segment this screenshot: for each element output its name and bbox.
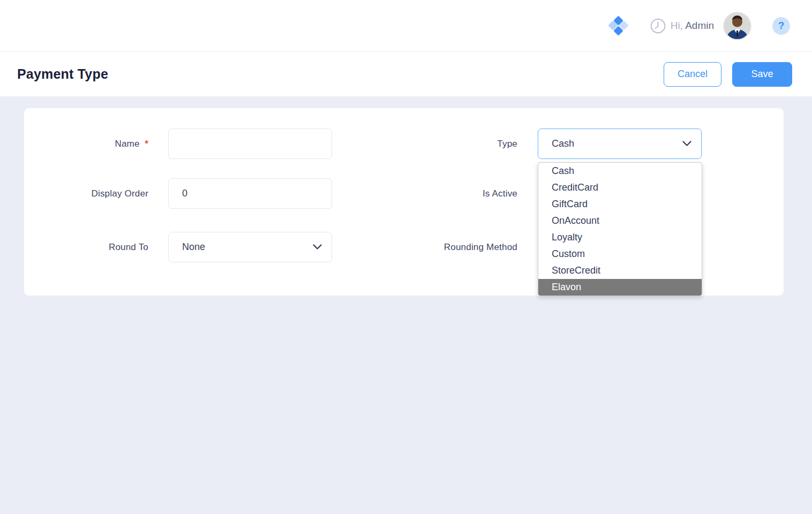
greeting-text: Hi, Admin — [671, 20, 714, 32]
help-icon[interactable]: ? — [772, 17, 790, 35]
type-dropdown-option[interactable]: Elavon — [538, 279, 702, 296]
name-input[interactable] — [168, 128, 332, 159]
content-area: Name * Type Cash Display Order — [0, 96, 812, 514]
display-order-field-wrap — [168, 178, 332, 209]
type-dropdown-option[interactable]: GiftCard — [538, 196, 702, 213]
cancel-button[interactable]: Cancel — [664, 62, 721, 87]
form-row-1: Name * Type Cash — [24, 128, 784, 159]
type-dropdown-option[interactable]: StoreCredit — [538, 262, 702, 279]
save-button[interactable]: Save — [732, 62, 792, 87]
chevron-down-icon — [682, 141, 691, 147]
page-title: Payment Type — [17, 66, 108, 82]
header-actions: Cancel Save — [664, 62, 792, 87]
type-select-value: Cash — [552, 138, 574, 149]
rounding-method-label: Rounding Method — [332, 242, 517, 253]
type-dropdown-option[interactable]: Cash — [538, 163, 702, 179]
type-field-wrap: Cash — [538, 128, 702, 159]
display-order-label: Display Order — [24, 188, 148, 199]
round-to-field-wrap: None — [168, 232, 332, 262]
greeting-name: Admin — [685, 20, 714, 31]
type-dropdown-list: Cash CreditCard GiftCard OnAccount Loyal… — [538, 162, 702, 296]
chevron-down-icon — [313, 244, 322, 250]
type-dropdown-option[interactable]: Custom — [538, 246, 702, 262]
name-label-wrap: Name * — [24, 139, 148, 149]
display-order-input[interactable] — [168, 178, 332, 209]
round-to-select[interactable]: None — [168, 232, 332, 262]
user-avatar[interactable] — [723, 12, 751, 40]
clock-icon[interactable] — [650, 18, 666, 34]
topbar: Hi, Admin ? — [0, 0, 812, 52]
page-header: Payment Type Cancel Save — [0, 52, 812, 96]
required-asterisk: * — [145, 139, 148, 149]
is-active-label: Is Active — [332, 188, 517, 199]
round-to-label: Round To — [24, 242, 148, 253]
round-to-select-value: None — [182, 241, 205, 253]
greeting-prefix: Hi, — [671, 20, 683, 31]
type-select[interactable]: Cash — [538, 128, 702, 159]
name-label: Name — [115, 139, 139, 149]
type-dropdown-option[interactable]: OnAccount — [538, 213, 702, 229]
payment-type-form-card: Name * Type Cash Display Order — [24, 108, 784, 296]
type-dropdown-option[interactable]: Loyalty — [538, 229, 702, 246]
name-field-wrap — [168, 128, 332, 159]
type-dropdown-option[interactable]: CreditCard — [538, 179, 702, 196]
apps-diamond-icon[interactable] — [610, 17, 627, 35]
type-label: Type — [332, 139, 517, 149]
